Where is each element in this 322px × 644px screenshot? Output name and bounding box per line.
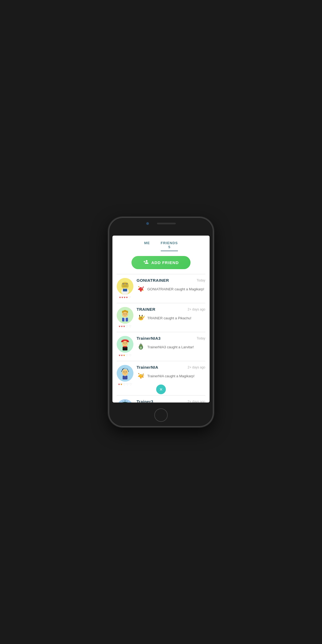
friend-name-trainernia: TrainerNIA [137,365,158,369]
home-button[interactable] [154,408,168,422]
friend-item-trainernia3[interactable]: ♥ ♥ ♥ ♡ ♡ TrainerNIA3 Today [112,332,210,361]
svg-point-34 [126,343,127,343]
svg-rect-4 [123,283,124,284]
friend-avatar-wrap-trainer3: ♡ ♡ ♡ ♡ ♡ [117,399,133,402]
heart-5: ♡ [129,354,131,357]
avatar-goniatrainer [117,278,133,295]
friend-avatar-wrap-goniatrainer: ♥ ♥ ♥ ♥ ♡ [117,278,133,299]
friend-time-goniatrainer: Today [197,279,205,282]
svg-point-43 [141,345,142,346]
svg-rect-3 [122,284,129,287]
friend-avatar-wrap-trainernia3: ♥ ♥ ♥ ♡ ♡ [117,336,133,357]
svg-point-22 [140,317,141,318]
friend-activity-trainer: TRAINER caught a Pikachu! [137,313,205,324]
friend-time-trainernia3: Today [197,336,205,340]
heart-4: ♡ [126,383,129,386]
svg-rect-8 [123,289,127,291]
hearts-goniatrainer: ♥ ♥ ♥ ♥ ♡ [119,296,131,299]
friend-name-trainer: TRAINER [137,307,155,312]
pokemon-icon-trainernia3 [137,342,145,353]
friend-name-goniatrainer: GONIATRAINER [137,278,169,283]
friend-header-trainernia3: TrainerNIA3 Today [137,336,205,341]
heart-5: ♡ [128,296,131,299]
activity-text-goniatrainer: GONIATRAINER caught a Magikarp! [147,287,204,292]
close-button[interactable]: × [156,384,166,395]
tab-friends-count: 5 [168,245,170,249]
heart-4: ♥ [126,296,128,299]
friend-info-goniatrainer: GONIATRAINER Today [137,278,205,295]
heart-3: ♥ [124,296,126,299]
activity-text-trainernia3: TrainerNIA3 caught a Larvitar! [147,345,194,350]
heart-1: ♥ [118,383,120,386]
pokemon-icon-trainernia [137,371,145,382]
heart-5: ♡ [129,325,131,328]
svg-point-24 [141,318,141,319]
add-friend-text: ADD FRIEND [151,260,179,265]
hearts-trainernia3: ♥ ♥ ♥ ♡ ♡ [119,354,131,357]
phone-screen: ME FRIENDS 5 ADD FRIEND [112,236,210,402]
heart-2: ♥ [121,325,123,328]
svg-rect-50 [123,376,127,379]
heart-1: ♥ [119,325,120,328]
friend-header-trainer3: Trainer3 2+ days ago [137,399,205,402]
svg-point-25 [139,318,140,320]
pokemon-icon-trainer [137,313,145,324]
add-friend-icon [143,259,149,266]
svg-point-26 [142,318,143,320]
svg-point-48 [124,372,125,372]
svg-point-17 [126,314,127,314]
friend-activity-trainernia: TrainerNIA caught a Magikarp! [137,371,205,382]
svg-point-16 [124,314,125,314]
hearts-trainernia: ♥ ♥ ♡ ♡ ♡ [118,383,132,386]
svg-point-33 [124,343,125,343]
add-friend-button[interactable]: ADD FRIEND [131,256,191,269]
friend-time-trainernia: 2+ days ago [188,365,205,369]
speaker [157,223,176,224]
friend-info-trainer: TRAINER 2+ days ago [137,307,205,324]
tab-me-label: ME [144,241,150,245]
svg-point-32 [123,341,127,346]
phone-frame: ME FRIENDS 5 ADD FRIEND [109,217,213,427]
friend-name-trainernia3: TrainerNIA3 [137,336,161,341]
svg-point-23 [141,317,142,318]
friend-item-trainer3[interactable]: ♡ ♡ ♡ ♡ ♡ Trainer3 2+ days ago [112,396,210,402]
friend-header-trainer: TRAINER 2+ days ago [137,307,205,312]
activity-text-trainer: TRAINER caught a Pikachu! [147,316,191,321]
tab-friends[interactable]: FRIENDS 5 [161,241,178,251]
heart-5: ♡ [129,383,132,386]
friend-avatar-wrap-trainernia: ♥ ♥ ♡ ♡ ♡ [117,365,133,386]
tab-me[interactable]: ME [144,241,150,251]
app-content: ME FRIENDS 5 ADD FRIEND [112,236,210,402]
friend-info-trainernia: TrainerNIA 2+ days ago [137,365,205,382]
heart-3: ♡ [123,383,126,386]
svg-point-47 [123,370,127,375]
tab-friends-label: FRIENDS [161,241,178,245]
svg-rect-36 [123,346,127,347]
friend-activity-trainernia3: TrainerNIA3 caught a Larvitar! [137,342,205,353]
friend-item-goniatrainer[interactable]: ♥ ♥ ♥ ♥ ♡ GONIATRAINER Today [112,274,210,303]
friend-info-trainer3: Trainer3 2+ days ago [137,399,205,402]
heart-1: ♥ [119,296,121,299]
notch-area [109,222,213,225]
svg-rect-5 [126,283,127,284]
heart-4: ♡ [126,354,128,357]
front-camera [146,222,149,225]
svg-point-44 [140,346,142,349]
tab-friends-underline [161,251,178,251]
close-icon: × [159,386,163,393]
svg-point-49 [126,372,127,372]
friend-activity-goniatrainer: GONIATRAINER caught a Magikarp! [137,284,205,295]
svg-point-42 [140,345,140,346]
heart-4: ♡ [126,325,128,328]
friend-item-trainer[interactable]: ♥ ♥ ♥ ♡ ♡ TRAINER 2+ days ago [112,303,210,332]
tabs-bar: ME FRIENDS 5 [112,236,210,251]
hearts-trainer: ♥ ♥ ♥ ♡ ♡ [119,325,131,328]
heart-1: ♥ [119,354,120,357]
activity-text-trainernia: TrainerNIA caught a Magikarp! [147,374,195,379]
add-friend-section: ADD FRIEND [112,251,210,274]
friend-item-trainernia[interactable]: ♥ ♥ ♡ ♡ ♡ TrainerNIA 2+ days ago [112,361,210,390]
friend-name-trainer3: Trainer3 [137,399,153,402]
friend-header-goniatrainer: GONIATRAINER Today [137,278,205,283]
avatar-trainernia [117,365,133,382]
pokemon-icon-goniatrainer [137,284,145,295]
